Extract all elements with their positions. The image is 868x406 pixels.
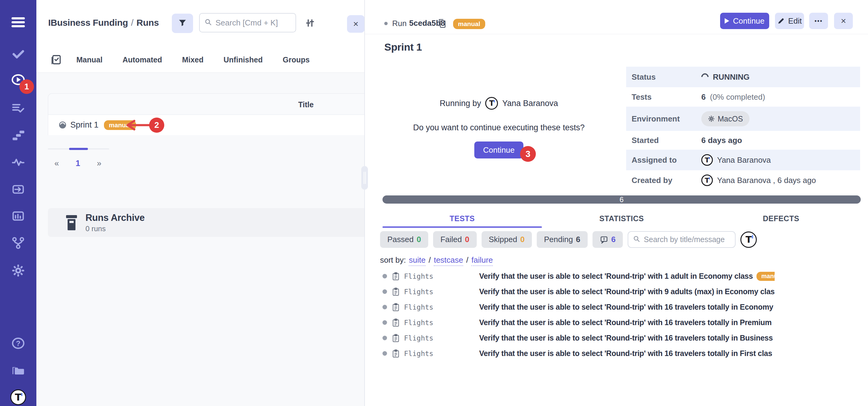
user-avatar: T: [485, 97, 498, 110]
test-row[interactable]: Flights Verify that the user is able to …: [380, 346, 775, 361]
test-filters: Passed0 Failed0 Skipped0 Pending6 6: [380, 231, 757, 248]
sort-bar: sort by: suite / testcase / failure: [380, 255, 493, 266]
run-detail-tabs: TESTS STATISTICS DEFECTS: [382, 209, 861, 228]
test-status-dot: [382, 320, 387, 325]
checklist-icon[interactable]: [51, 54, 62, 65]
tab-manual[interactable]: Manual: [76, 56, 102, 64]
run-name[interactable]: Sprint 1: [70, 120, 98, 130]
sort-by-failure[interactable]: failure: [471, 255, 493, 266]
test-row[interactable]: Flights Verify that the user is able to …: [380, 330, 775, 346]
tab-groups[interactable]: Groups: [283, 56, 310, 64]
run-label: Run: [392, 19, 407, 28]
runs-archive[interactable]: Runs Archive 0 runs: [48, 208, 365, 237]
runs-search-input[interactable]: [216, 18, 291, 28]
test-title: Verify that the user is able to select '…: [479, 318, 772, 327]
sort-separator: /: [466, 255, 468, 265]
steps-icon[interactable]: [11, 128, 25, 142]
close-run-button[interactable]: ×: [834, 13, 853, 29]
more-actions-button[interactable]: •••: [809, 13, 828, 29]
assignee-avatar[interactable]: T: [740, 231, 757, 248]
breadcrumb: IBusiness Funding/Runs: [48, 18, 159, 28]
copy-run-id-icon[interactable]: [438, 18, 447, 30]
filter-pending[interactable]: Pending6: [537, 231, 588, 248]
active-tab-underline: [382, 226, 542, 228]
pencil-icon: [777, 17, 785, 25]
settings-icon[interactable]: [11, 263, 25, 278]
tab-tests[interactable]: TESTS: [382, 209, 542, 228]
edit-run-button[interactable]: Edit: [775, 13, 804, 29]
test-row[interactable]: Flights Verify that the user is able to …: [380, 269, 775, 284]
sort-by-suite[interactable]: suite: [409, 255, 426, 266]
tab-defects[interactable]: DEFECTS: [701, 209, 861, 228]
runs-search: [199, 13, 296, 32]
tests-search-input[interactable]: [644, 235, 730, 244]
run-state-icon: [59, 121, 67, 129]
close-runs-panel-button[interactable]: ×: [347, 15, 365, 33]
search-icon: [633, 236, 640, 244]
sort-separator: /: [429, 255, 431, 265]
view-settings-icon[interactable]: [305, 18, 315, 30]
test-row[interactable]: Flights Verify that the user is able to …: [380, 315, 775, 330]
test-suite[interactable]: Flights: [404, 319, 479, 326]
play-icon: [725, 18, 729, 24]
close-icon: ×: [841, 16, 846, 26]
run-type-badge: manual: [453, 19, 485, 29]
panel-resize-handle[interactable]: [361, 166, 368, 190]
detail-row-environment: Environment MacOS: [626, 107, 860, 131]
tab-statistics[interactable]: STATISTICS: [542, 209, 701, 228]
run-row-sprint1[interactable]: Sprint 1 manual: [48, 115, 365, 135]
test-suite[interactable]: Flights: [404, 272, 479, 280]
pulse-icon[interactable]: [11, 155, 25, 169]
test-suite[interactable]: Flights: [404, 288, 479, 296]
archive-count: 0 runs: [86, 224, 145, 233]
detail-row-assigned: Assigned to T Yana Baranova: [626, 150, 860, 170]
testcase-icon: [392, 349, 400, 358]
pagination-next[interactable]: »: [95, 159, 104, 168]
pagination-prev[interactable]: «: [52, 159, 61, 168]
filter-commented[interactable]: 6: [592, 231, 623, 248]
testcase-icon: [392, 272, 400, 281]
test-status-dot: [382, 305, 387, 309]
filter-failed[interactable]: Failed0: [433, 231, 476, 248]
environment-badge[interactable]: MacOS: [701, 111, 749, 126]
help-icon[interactable]: ?: [11, 336, 25, 350]
annotation-2: 2: [149, 118, 164, 133]
running-by-user: Yana Baranova: [502, 99, 558, 108]
test-row[interactable]: Flights Verify that the user is able to …: [380, 299, 775, 315]
test-suite[interactable]: Flights: [404, 303, 479, 311]
test-title: Verify that the user is able to select '…: [479, 287, 775, 296]
import-icon[interactable]: [11, 182, 25, 196]
pagination-page-1[interactable]: 1: [73, 159, 83, 168]
continue-prompt: Running by T Yana Baranova Do you want t…: [378, 97, 620, 158]
projects-icon[interactable]: [11, 363, 25, 377]
column-title: Title: [298, 100, 314, 109]
breadcrumb-separator: /: [128, 18, 136, 28]
detail-row-status: Status RUNNING: [626, 67, 860, 87]
tests-icon[interactable]: [11, 46, 25, 61]
archive-icon: [65, 214, 78, 231]
run-status-dot: [384, 22, 388, 25]
filter-skipped[interactable]: Skipped0: [482, 231, 532, 248]
plans-icon[interactable]: [11, 101, 25, 115]
continue-tests-button[interactable]: Continue: [474, 142, 523, 158]
breadcrumb-project[interactable]: IBusiness Funding: [48, 18, 128, 28]
tab-mixed[interactable]: Mixed: [182, 56, 204, 64]
runs-type-tabs: Manual Automated Mixed Unfinished Groups: [51, 52, 310, 67]
filter-button[interactable]: [172, 13, 193, 33]
tab-unfinished[interactable]: Unfinished: [224, 56, 263, 64]
continue-run-button[interactable]: Continue: [720, 13, 769, 29]
status-value: RUNNING: [713, 72, 749, 82]
tests-progress-bar: 6: [382, 195, 861, 204]
test-suite[interactable]: Flights: [404, 334, 479, 342]
reports-icon[interactable]: [11, 209, 25, 223]
tab-automated[interactable]: Automated: [122, 56, 162, 64]
test-row[interactable]: Flights Verify that the user is able to …: [380, 284, 775, 299]
sort-by-testcase[interactable]: testcase: [434, 255, 463, 266]
menu-icon[interactable]: [11, 15, 25, 29]
detail-row-started: Started 6 days ago: [626, 131, 860, 150]
branches-icon[interactable]: [11, 236, 25, 250]
test-title: Verify that the user is able to select '…: [479, 272, 753, 281]
test-suite[interactable]: Flights: [404, 350, 479, 357]
filter-passed[interactable]: Passed0: [380, 231, 428, 248]
testomat-logo[interactable]: T: [10, 389, 26, 405]
